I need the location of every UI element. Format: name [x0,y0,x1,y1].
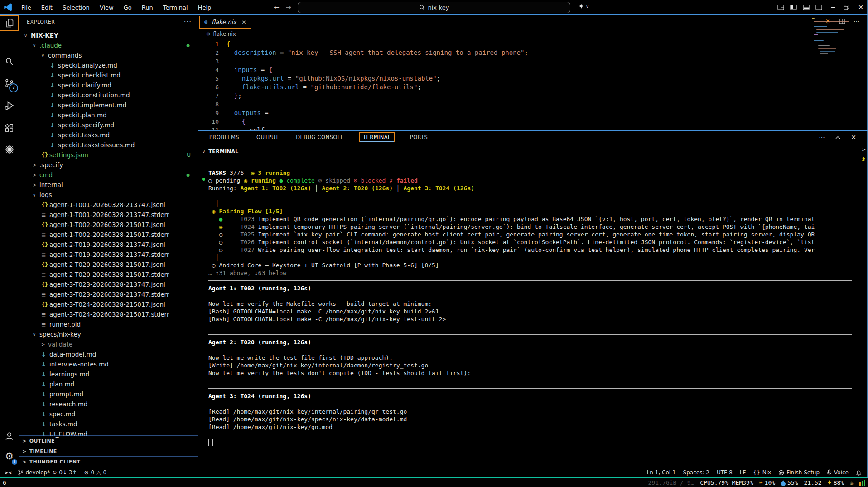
settings-gear-icon[interactable]: ⚙ 1 [0,448,19,464]
maximize-panel-icon[interactable] [835,135,841,140]
explorer-icon[interactable] [0,15,19,31]
tree-item[interactable]: > cmd ● [19,170,198,180]
tree-item[interactable]: ≡ agent-1-T002-20260328-215017.stderr [19,230,198,240]
panel-more-actions-icon[interactable]: ⋯ [819,134,825,141]
tree-item[interactable]: ↓ research.md [19,399,198,409]
menu-item[interactable]: Edit [37,3,57,12]
customize-layout-icon[interactable] [777,5,784,10]
tree-item[interactable]: {} agent-2-T019-20260328-213747.jsonl [19,240,198,250]
tree-item[interactable]: ↓ speckit.tasks.md [19,130,198,140]
editor-more-actions-icon[interactable]: ⋯ [854,18,860,25]
code-editor[interactable]: 1 { 2 description = "nix-key — SSH agent… [198,39,868,130]
strip-chevron-icon[interactable]: > [862,147,866,153]
tree-item[interactable]: ≡ agent-1-T001-20260328-213747.stderr [19,210,198,220]
tree-item[interactable]: ↓ speckit.implement.md [19,100,198,110]
tree-item[interactable]: ↓ speckit.taskstoissues.md [19,140,198,150]
tree-item[interactable]: {} agent-1-T001-20260328-213747.jsonl [19,200,198,210]
sidebar-more-actions-icon[interactable]: ··· [184,18,192,26]
tree-item[interactable]: {} settings.json U [19,150,198,160]
terminal-output[interactable]: TASKS 3/76 ◉ 3 running ○ pending ◉ runni… [208,169,856,446]
copilot-button[interactable]: ∨ [578,3,589,10]
tree-item[interactable]: ↓ tasks.md [19,419,198,429]
sidebar-section[interactable]: > OUTLINE [19,435,198,446]
tree-item[interactable]: ∨ NIX-KEY [19,30,198,40]
run-debug-icon[interactable] [0,98,19,113]
problems-item[interactable]: ⊗ 0 △ 0 [84,469,106,476]
accounts-icon[interactable] [0,428,19,444]
language-mode[interactable]: {} Nix [753,469,771,476]
tree-item[interactable]: ≡ agent-2-T019-20260328-213747.stderr [19,250,198,260]
tree-item[interactable]: > internal [19,180,198,190]
tree-item[interactable]: ∨ specs/nix-key [19,329,198,339]
nav-back-icon[interactable]: ← [274,3,280,11]
eol[interactable]: LF [740,469,746,476]
tree-item[interactable]: > .specify [19,160,198,170]
panel-tab[interactable]: PROBLEMS [207,133,241,142]
menu-item[interactable]: Go [120,3,136,12]
panel-tab[interactable]: TERMINAL [359,132,395,142]
tree-item[interactable]: ∨ .claude ● [19,40,198,50]
voice-item[interactable]: Voice [827,469,849,476]
tree-item[interactable]: ↓ speckit.constitution.md [19,90,198,100]
indentation[interactable]: Spaces: 2 [683,469,709,476]
toggle-primary-sidebar-icon[interactable] [790,5,797,10]
search-sidebar-icon[interactable] [0,53,19,69]
tree-item[interactable]: {} agent-2-T020-20260328-215017.jsonl [19,260,198,270]
claude-terminal-icon[interactable] [861,157,866,162]
tree-item[interactable]: ↓ learnings.md [19,369,198,379]
toggle-secondary-sidebar-icon[interactable] [815,5,822,10]
tree-item[interactable]: > validate [19,339,198,349]
tree-item[interactable]: ↓ speckit.clarify.md [19,80,198,90]
source-control-icon[interactable]: 7 [0,75,19,91]
tree-item[interactable]: {} agent-3-T023-20260328-213747.jsonl [19,280,198,289]
remote-indicator-icon[interactable]: >< [5,470,11,476]
menu-item[interactable]: View [96,3,118,12]
command-center-search[interactable]: nix-key [298,2,570,13]
git-branch-item[interactable]: develop* ↻ 0↓ 3↑ [18,469,77,476]
panel-tab[interactable]: PORTS [408,133,429,142]
menu-item[interactable]: Help [194,3,216,12]
close-panel-icon[interactable]: ✕ [851,134,856,141]
tree-item[interactable]: ≡ agent-2-T020-20260328-215017.stderr [19,270,198,280]
cursor-position[interactable]: Ln 1, Col 1 [647,469,676,476]
minimap[interactable] [811,17,854,85]
tree-item[interactable]: ≡ agent-3-T023-20260328-213747.stderr [19,289,198,299]
tree-item[interactable]: ≡ runner.pid [19,319,198,329]
tree-item[interactable]: ↓ interview-notes.md [19,359,198,369]
close-window-button[interactable]: ✕ [858,4,863,11]
tree-item[interactable]: ↓ speckit.plan.md [19,110,198,120]
toggle-panel-icon[interactable] [803,5,810,10]
sidebar-section[interactable]: > THUNDER CLIENT [19,456,198,467]
extensions-icon[interactable] [0,120,19,135]
tree-item[interactable]: ↓ spec.md [19,409,198,419]
tree-item[interactable]: ↓ plan.md [19,379,198,389]
nav-forward-icon[interactable]: → [286,3,292,11]
tree-item[interactable]: {} agent-3-T024-20260328-215017.jsonl [19,299,198,309]
tab-flake-nix[interactable]: ❄ flake.nix × [199,16,251,29]
menu-item[interactable]: Selection [58,3,94,12]
tree-item[interactable]: {} agent-1-T002-20260328-215017.jsonl [19,220,198,230]
panel-tab[interactable]: DEBUG CONSOLE [294,133,346,142]
minimize-button[interactable]: ─ [831,4,835,11]
encoding[interactable]: UTF-8 [717,469,733,476]
tree-item[interactable]: ∨ commands [19,50,198,60]
claude-extension-icon[interactable] [0,142,19,157]
tree-item[interactable]: ∨ logs [19,190,198,200]
tree-item[interactable]: ≡ agent-3-T024-20260328-215017.stderr [19,309,198,319]
restore-button[interactable] [844,5,849,10]
tab-close-icon[interactable]: × [241,19,246,25]
sidebar-section[interactable]: > TIMELINE [19,446,198,456]
menu-item[interactable]: File [17,3,35,12]
menu-item[interactable]: Terminal [159,3,192,12]
tree-item[interactable]: ↓ prompt.md [19,389,198,399]
finish-setup-item[interactable]: Finish Setup [778,469,820,476]
tree-item[interactable]: ↓ speckit.checklist.md [19,70,198,80]
tree-item[interactable]: ↓ speckit.specify.md [19,120,198,130]
terminal-section-header[interactable]: ∨ TERMINAL [198,146,868,157]
notifications-bell-icon[interactable] [856,469,862,476]
tree-item[interactable]: ↓ data-model.md [19,349,198,359]
workspace-indicator[interactable]: 6 [0,479,6,486]
menu-item[interactable]: Run [138,3,157,12]
tree-item[interactable]: ↓ speckit.analyze.md [19,60,198,70]
breadcrumb[interactable]: ❄ flake.nix [198,29,868,39]
